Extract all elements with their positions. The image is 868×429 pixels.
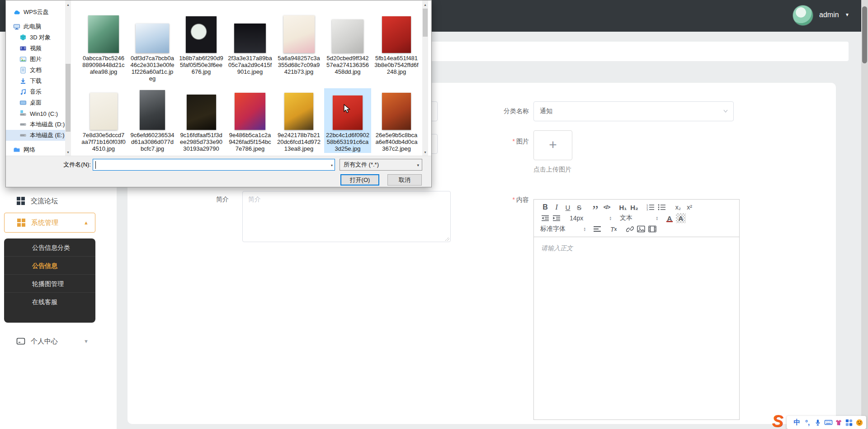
- code-button[interactable]: </>: [602, 202, 612, 212]
- scroll-up-icon[interactable]: [422, 1, 428, 8]
- svg-text:3.: 3.: [646, 208, 649, 210]
- scroll-down-icon[interactable]: [422, 149, 428, 156]
- filename-input[interactable]: [93, 159, 335, 171]
- file-item[interactable]: 26e5e9b5c8bcaa6eff40db4d0ca367c2.jpeg: [373, 88, 420, 153]
- italic-button[interactable]: I: [552, 202, 561, 212]
- page-scrollbar[interactable]: [861, 0, 868, 429]
- insert-image-button[interactable]: [636, 224, 646, 234]
- file-item[interactable]: 7e8d30e5dccd7aa7f71b160f03f04510.jpg: [80, 88, 127, 153]
- skin-icon[interactable]: [834, 418, 844, 428]
- dialog-nav-item[interactable]: 本地磁盘 (D:): [6, 119, 65, 130]
- dialog-nav-item[interactable]: 音乐: [6, 86, 65, 97]
- scroll-up-icon[interactable]: [65, 1, 71, 8]
- file-item[interactable]: 1b8b7ab6f290d95faf05f50e3f6ee676.jpg: [178, 11, 225, 83]
- file-item[interactable]: 9e486b5ca1c2a9426fad5f154bc7e786.jpeg: [226, 88, 274, 153]
- bullet-list-button[interactable]: [657, 202, 667, 212]
- user-menu-caret-icon[interactable]: [845, 12, 849, 17]
- sidebar-item-personal[interactable]: 个人中心 ▼: [0, 334, 117, 348]
- nav-scrollbar[interactable]: [65, 0, 71, 157]
- files-scrollbar-thumb[interactable]: [423, 9, 428, 37]
- user-avatar[interactable]: [793, 5, 813, 26]
- link-button[interactable]: [625, 224, 635, 234]
- background-color-button[interactable]: A: [676, 213, 686, 223]
- file-name: 7e8d30e5dccd7aa7f71b160f03f04510.jpg: [81, 132, 126, 152]
- subscript-button[interactable]: x₂: [673, 202, 683, 212]
- text-color-button[interactable]: A: [665, 213, 675, 223]
- emoji-icon[interactable]: [854, 418, 864, 428]
- dialog-nav-item[interactable]: 下载: [6, 76, 65, 86]
- sogou-logo-icon[interactable]: S: [768, 413, 788, 429]
- nav-scrollbar-thumb[interactable]: [66, 64, 71, 132]
- dialog-nav-item[interactable]: WPS云盘: [6, 7, 65, 18]
- file-item[interactable]: 9c16fdfaaf51f3dee2985d733e9030193a29790: [178, 88, 225, 153]
- editor-body[interactable]: 请输入正文: [534, 237, 739, 419]
- submenu-item[interactable]: 公告信息分类: [4, 238, 95, 257]
- insert-video-button[interactable]: [647, 224, 657, 234]
- file-item[interactable]: 5d20cbed9ff34257ea274136356458dd.jpg: [324, 11, 371, 83]
- submenu-item[interactable]: 轮播图管理: [4, 275, 95, 293]
- submenu-item[interactable]: 公告信息: [4, 257, 95, 275]
- file-item[interactable]: 9e242178b7b2120dc6fcd14d97213ea8.jpeg: [275, 88, 322, 153]
- align-button[interactable]: [592, 224, 602, 234]
- submenu-item[interactable]: 在线客服: [4, 293, 95, 311]
- file-thumbnail: [235, 93, 265, 130]
- header-format-select[interactable]: 文本: [618, 213, 660, 223]
- font-family-select[interactable]: 标准字体: [540, 224, 587, 234]
- file-item[interactable]: 9c6efd60236534d61a3086d077dbcfc7.jpg: [129, 88, 176, 153]
- files-scrollbar[interactable]: [422, 0, 428, 157]
- font-size-select[interactable]: 14px: [568, 213, 613, 223]
- dialog-nav-item[interactable]: 文档: [6, 65, 65, 76]
- file-item[interactable]: 0abcca7bc5246889098448d21cafea98.jpg: [80, 11, 127, 83]
- keyboard-icon[interactable]: [823, 418, 833, 428]
- network-icon: [13, 146, 20, 153]
- chinese-mode-icon[interactable]: 中: [792, 418, 802, 428]
- username[interactable]: admin: [819, 11, 839, 19]
- file-thumbnail: [187, 95, 216, 130]
- microphone-icon[interactable]: [813, 418, 823, 428]
- file-item[interactable]: 5fb14ea651f4813b8e0b7542ffd6f248.jpg: [373, 11, 420, 83]
- heading1-button[interactable]: H₁: [618, 202, 628, 212]
- file-item[interactable]: 22bc4c1d6f090258b653191c6ca3d25e.jpg: [324, 88, 371, 153]
- clear-format-button[interactable]: Tx: [609, 224, 618, 234]
- dialog-nav-item[interactable]: 网络: [6, 144, 65, 155]
- filename-label: 文件名(N):: [15, 161, 91, 169]
- underline-button[interactable]: U: [563, 202, 573, 212]
- scroll-down-icon[interactable]: [65, 149, 71, 156]
- file-item[interactable]: 5a6a948257c3a355d68c7c09a9421b73.jpg: [275, 11, 322, 83]
- dialog-nav-item[interactable]: 本地磁盘 (E:): [6, 130, 65, 141]
- dialog-nav-item[interactable]: 视频: [6, 43, 65, 54]
- toolbox-icon[interactable]: [844, 418, 854, 428]
- filetype-select[interactable]: 所有文件 (*.*): [340, 159, 422, 171]
- dialog-nav-item[interactable]: 图片: [6, 54, 65, 65]
- cancel-button[interactable]: 取消: [387, 174, 422, 186]
- file-item[interactable]: 2f3a3e317a89ba05c7aa2d9c415f901c.jpeg: [226, 11, 274, 83]
- file-item[interactable]: 0df3d7ca7bcb0a46c2e3013e00fe1f226a60af1c…: [129, 11, 176, 83]
- bold-button[interactable]: B: [540, 202, 550, 212]
- superscript-button[interactable]: x²: [684, 202, 694, 212]
- file-name: 0abcca7bc5246889098448d21cafea98.jpg: [81, 55, 126, 75]
- dialog-nav-item[interactable]: 桌面: [6, 97, 65, 108]
- file-thumbnail: [332, 19, 363, 53]
- nav-item-label: 本地磁盘 (E:): [30, 131, 65, 139]
- open-button[interactable]: 打开(O): [340, 174, 379, 186]
- sidebar-item-forum[interactable]: 交流论坛: [0, 194, 117, 208]
- strikethrough-button[interactable]: S: [574, 202, 584, 212]
- intro-textarea[interactable]: 简介: [242, 191, 451, 242]
- category-select[interactable]: 通知: [533, 101, 734, 121]
- indent-button[interactable]: [552, 213, 561, 223]
- page-scrollbar-thumb[interactable]: [862, 6, 867, 63]
- ordered-list-button[interactable]: 1.2.3.: [646, 202, 656, 212]
- outdent-button[interactable]: [540, 213, 550, 223]
- file-name: 9c6efd60236534d61a3086d077dbcfc7.jpg: [130, 132, 175, 152]
- punctuation-icon[interactable]: °,: [802, 418, 812, 428]
- dialog-nav-item[interactable]: 3D 对象: [6, 32, 65, 43]
- file-name: 9e242178b7b2120dc6fcd14d97213ea8.jpeg: [277, 132, 321, 152]
- image-upload-button[interactable]: [533, 130, 572, 160]
- font-size-value: 14px: [570, 214, 583, 222]
- dialog-nav-item[interactable]: Win10 (C:): [6, 108, 65, 119]
- dialog-nav-item[interactable]: 此电脑: [6, 21, 65, 32]
- blockquote-button[interactable]: [590, 202, 600, 212]
- sidebar-item-system[interactable]: 系统管理 ▲: [4, 213, 95, 233]
- heading2-button[interactable]: H₂: [629, 202, 639, 212]
- file-name: 9e486b5ca1c2a9426fad5f154bc7e786.jpeg: [228, 132, 272, 152]
